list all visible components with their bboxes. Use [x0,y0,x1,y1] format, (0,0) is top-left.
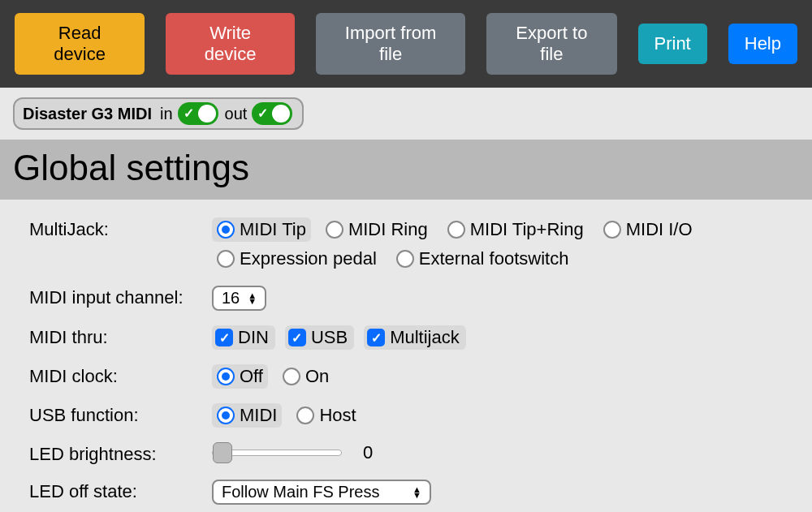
usb-function-midi[interactable]: MIDI [212,403,282,428]
led-brightness-label: LED brightness: [29,442,212,465]
led-brightness-row: LED brightness: 0 [29,442,783,465]
usb-function-label: USB function: [29,403,212,426]
midi-thru-row: MIDI thru: ✓DIN ✓USB ✓Multijack [29,325,783,350]
multijack-midi-tip[interactable]: MIDI Tip [212,217,311,242]
multijack-row: MultiJack: MIDI Tip MIDI Ring MIDI Tip+R… [29,217,783,271]
export-file-button[interactable]: Export to file [486,13,616,75]
midi-clock-off[interactable]: Off [212,364,268,389]
led-brightness-value: 0 [363,442,373,463]
midi-in-toggle[interactable]: ✓ [178,102,218,125]
led-brightness-slider[interactable] [212,450,342,456]
led-off-state-select[interactable]: Follow Main FS Press ▲▼ [212,480,431,505]
midi-clock-on[interactable]: On [278,364,334,389]
toolbar: Read device Write device Import from fil… [0,0,812,88]
device-name: Disaster G3 MIDI [23,105,152,123]
midi-clock-label: MIDI clock: [29,364,212,387]
multijack-midi-ring[interactable]: MIDI Ring [321,217,433,242]
help-button[interactable]: Help [728,24,797,64]
midi-thru-label: MIDI thru: [29,325,212,348]
usb-function-row: USB function: MIDI Host [29,403,783,428]
multijack-label: MultiJack: [29,217,212,240]
midi-out-toggle[interactable]: ✓ [252,102,292,125]
usb-function-host[interactable]: Host [292,403,361,428]
multijack-expression-pedal[interactable]: Expression pedal [212,247,382,271]
print-button[interactable]: Print [638,24,707,64]
midi-input-channel-select[interactable]: 16 ▲▼ [212,286,266,311]
midi-out-label: out [225,105,248,123]
multijack-options: MIDI Tip MIDI Ring MIDI Tip+Ring MIDI I/… [212,217,783,271]
multijack-midi-io[interactable]: MIDI I/O [598,217,698,242]
global-settings: MultiJack: MIDI Tip MIDI Ring MIDI Tip+R… [0,200,812,512]
midi-thru-din[interactable]: ✓DIN [212,325,275,350]
device-chip: Disaster G3 MIDI in ✓ out ✓ [13,97,304,130]
midi-input-channel-label: MIDI input channel: [29,286,212,308]
multijack-midi-tip-ring[interactable]: MIDI Tip+Ring [443,217,589,242]
led-off-state-label: LED off state: [29,480,212,502]
led-off-state-row: LED off state: Follow Main FS Press ▲▼ [29,480,783,505]
midi-in-label: in [160,105,173,123]
section-title: Global settings [0,140,812,200]
midi-thru-usb[interactable]: ✓USB [285,325,354,350]
slider-thumb[interactable] [213,442,232,463]
import-file-button[interactable]: Import from file [316,13,465,75]
midi-input-channel-row: MIDI input channel: 16 ▲▼ [29,286,783,311]
midi-thru-multijack[interactable]: ✓Multijack [364,325,466,350]
device-bar: Disaster G3 MIDI in ✓ out ✓ [0,88,812,140]
read-device-button[interactable]: Read device [15,13,145,75]
write-device-button[interactable]: Write device [166,13,295,75]
midi-clock-row: MIDI clock: Off On [29,364,783,389]
multijack-external-footswitch[interactable]: External footswitch [391,247,574,271]
